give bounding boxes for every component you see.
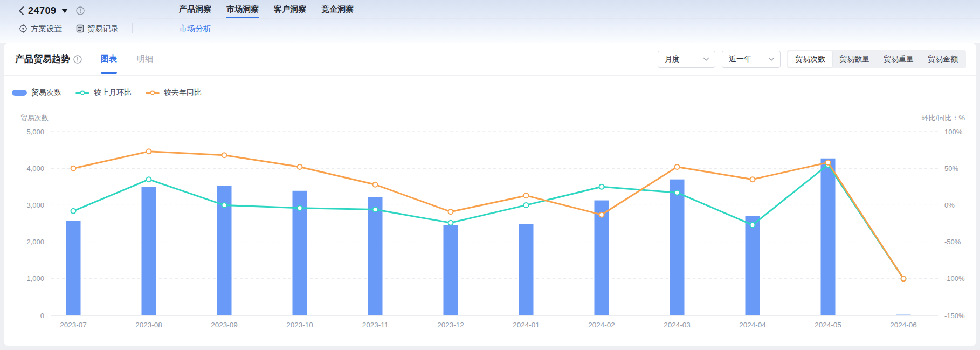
dashboard-page: { "header": { "plan_id": "24709", "plan_…: [0, 0, 980, 350]
top-header-band: 24709 方案设置 贸易记录 产品洞察 市场洞察 客户洞察 竞企洞察 市场分析: [0, 0, 980, 43]
svg-text:-100%: -100%: [944, 274, 965, 283]
legend-item-trade-count[interactable]: 贸易次数: [12, 88, 61, 98]
trade-trend-chart[interactable]: 贸易次数环比/同比：%5,000100%4,00050%3,0000%2,000…: [4, 102, 976, 346]
document-icon: [76, 24, 84, 33]
yoy-line: [71, 149, 906, 281]
panel-title: 产品贸易趋势: [15, 53, 70, 65]
svg-text:2024-05: 2024-05: [815, 321, 841, 329]
title-divider: [91, 55, 91, 64]
card-header: 产品贸易趋势 图表 明细 月度 近一年 贸易次数 贸易数量 贸易重量 贸易金额: [4, 43, 976, 76]
plan-settings-label: 方案设置: [31, 24, 62, 34]
svg-text:2023-08: 2023-08: [135, 321, 162, 329]
chart-controls: 月度 近一年 贸易次数 贸易数量 贸易重量 贸易金额: [658, 50, 966, 68]
period-select[interactable]: 月度: [658, 51, 715, 68]
svg-text:50%: 50%: [944, 164, 958, 173]
svg-text:-50%: -50%: [944, 238, 961, 246]
svg-text:2,000: 2,000: [26, 238, 44, 246]
metric-trade-quantity-button[interactable]: 贸易数量: [832, 51, 877, 67]
right-axis-title: 环比/同比：%: [921, 114, 965, 122]
svg-text:2024-01: 2024-01: [513, 321, 540, 329]
subtab-market-analysis[interactable]: 市场分析: [179, 24, 211, 34]
legend-line-marker: [75, 92, 89, 94]
svg-text:2023-09: 2023-09: [211, 321, 238, 329]
header-vertical-divider: [132, 23, 133, 33]
metric-trade-amount-button[interactable]: 贸易金额: [921, 51, 965, 67]
range-select[interactable]: 近一年: [722, 51, 781, 68]
metric-segmented-control: 贸易次数 贸易数量 贸易重量 贸易金额: [787, 50, 966, 68]
range-select-value: 近一年: [729, 54, 751, 64]
mom-line: [71, 162, 906, 281]
trade-records-link[interactable]: 贸易记录: [76, 24, 119, 34]
svg-text:2023-11: 2023-11: [362, 321, 389, 329]
legend-label: 较上月环比: [94, 88, 132, 98]
tab-detail-view[interactable]: 明细: [137, 43, 153, 76]
legend-label: 较去年同比: [164, 88, 202, 98]
legend-bar-swatch: [12, 90, 27, 96]
legend-item-yoy[interactable]: 较去年同比: [146, 88, 202, 98]
svg-text:-150%: -150%: [944, 312, 965, 320]
period-select-value: 月度: [665, 54, 680, 64]
tab-customer-insight[interactable]: 客户洞察: [274, 0, 306, 19]
svg-text:1,000: 1,000: [26, 274, 44, 283]
tab-competitor-insight[interactable]: 竞企洞察: [321, 0, 354, 19]
chevron-down-icon: [703, 57, 709, 61]
legend-line-marker: [146, 92, 160, 94]
tab-product-insight[interactable]: 产品洞察: [179, 0, 211, 19]
metric-trade-count-button[interactable]: 贸易次数: [788, 51, 832, 67]
svg-text:2023-10: 2023-10: [286, 321, 313, 329]
svg-text:2024-06: 2024-06: [890, 321, 917, 329]
trade-trend-card: 产品贸易趋势 图表 明细 月度 近一年 贸易次数 贸易数量 贸易重量 贸易金额: [4, 43, 976, 346]
metric-trade-weight-button[interactable]: 贸易重量: [877, 51, 921, 67]
back-chevron-icon[interactable]: [18, 6, 24, 16]
legend-item-mom[interactable]: 较上月环比: [75, 88, 132, 98]
x-axis-labels: 2023-072023-082023-092023-102023-112023-…: [60, 321, 917, 329]
svg-text:2024-02: 2024-02: [588, 321, 615, 329]
plan-settings-link[interactable]: 方案设置: [19, 24, 62, 34]
svg-text:100%: 100%: [944, 128, 963, 136]
chart-legend: 贸易次数 较上月环比 较去年同比: [12, 86, 202, 99]
svg-text:2024-04: 2024-04: [739, 321, 766, 329]
svg-text:2024-03: 2024-03: [664, 321, 691, 329]
dropdown-caret-icon[interactable]: [61, 9, 68, 13]
svg-text:2023-12: 2023-12: [437, 321, 464, 329]
tab-chart-view[interactable]: 图表: [101, 43, 117, 76]
plan-id-label[interactable]: 24709: [28, 5, 57, 17]
gear-icon: [19, 24, 27, 33]
svg-text:4,000: 4,000: [26, 164, 44, 173]
tab-market-insight[interactable]: 市场洞察: [226, 0, 259, 19]
svg-text:0: 0: [40, 312, 44, 320]
svg-text:2023-07: 2023-07: [60, 321, 87, 329]
bars-series: [66, 159, 911, 315]
svg-text:0%: 0%: [944, 201, 955, 209]
legend-label: 贸易次数: [31, 88, 61, 98]
main-tab-bar: 产品洞察 市场洞察 客户洞察 竞企洞察: [179, 0, 354, 19]
info-icon[interactable]: [76, 6, 85, 15]
left-axis-title: 贸易次数: [20, 114, 49, 122]
svg-text:3,000: 3,000: [26, 201, 44, 209]
info-icon[interactable]: [73, 55, 82, 64]
svg-text:5,000: 5,000: [26, 128, 44, 136]
chevron-down-icon: [768, 57, 775, 61]
trade-records-label: 贸易记录: [87, 24, 119, 34]
